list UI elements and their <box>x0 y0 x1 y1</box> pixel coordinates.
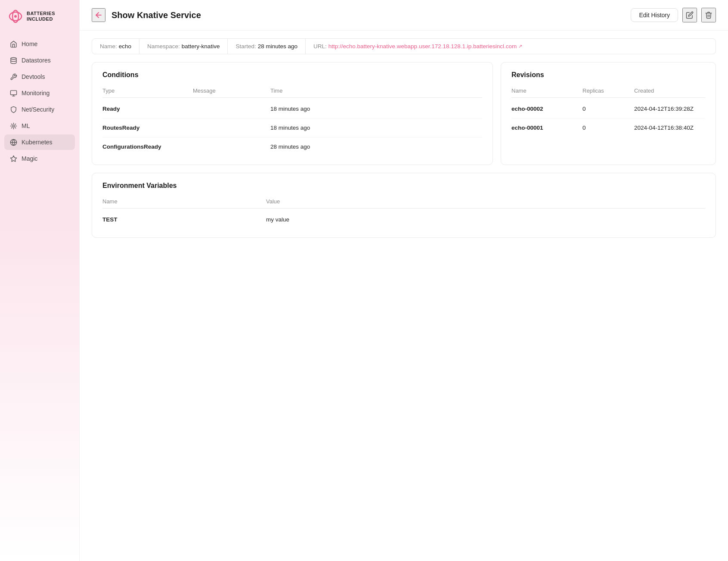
conditions-title: Conditions <box>102 71 482 79</box>
sidebar-item-label: Home <box>22 41 37 47</box>
sidebar: BATTERIES INCLUDED Home Datastores Devto… <box>0 0 80 561</box>
monitoring-icon <box>9 89 17 97</box>
sidebar-item-datastores[interactable]: Datastores <box>4 53 75 68</box>
edit-button[interactable] <box>682 8 697 22</box>
sidebar-item-label: Net/Security <box>22 106 54 113</box>
conditions-card: Conditions Type Message Time Ready 18 mi… <box>92 62 493 165</box>
env-variables-title: Environment Variables <box>102 182 705 190</box>
started-label: Started: <box>235 43 256 50</box>
table-row: RoutesReady 18 minutes ago <box>102 118 482 137</box>
condition-type: RoutesReady <box>102 125 193 131</box>
magic-icon <box>9 155 17 162</box>
sidebar-item-net-security[interactable]: Net/Security <box>4 102 75 117</box>
table-row: ConfigurationsReady 28 minutes ago <box>102 137 482 156</box>
revisions-table-header: Name Replicas Created <box>511 87 705 98</box>
info-namespace: Namespace: battery-knative <box>139 39 228 54</box>
sidebar-item-label: Monitoring <box>22 90 50 97</box>
table-row: echo-00002 0 2024-04-12T16:39:28Z <box>511 100 705 118</box>
header-actions: Edit History <box>631 8 716 22</box>
revisions-title: Revisions <box>511 71 705 79</box>
condition-time: 28 minutes ago <box>270 143 482 150</box>
name-label: Name: <box>100 43 117 50</box>
info-bar: Name: echo Namespace: battery-knative St… <box>92 38 716 54</box>
logo: BATTERIES INCLUDED <box>0 9 79 36</box>
url-link[interactable]: http://echo.battery-knative.webapp.user.… <box>328 43 517 50</box>
env-table-header: Name Value <box>102 198 705 209</box>
sidebar-item-kubernetes[interactable]: Kubernetes <box>4 134 75 150</box>
main-content: Show Knative Service Edit History Name: … <box>80 0 728 561</box>
sidebar-item-label: Magic <box>22 155 37 162</box>
namespace-value: battery-knative <box>182 43 220 50</box>
content-row: Conditions Type Message Time Ready 18 mi… <box>80 54 728 165</box>
info-url: URL: http://echo.battery-knative.webapp.… <box>306 39 530 54</box>
svg-rect-4 <box>10 90 16 95</box>
env-variables-section: Environment Variables Name Value TEST my… <box>92 173 716 238</box>
condition-time: 18 minutes ago <box>270 106 482 112</box>
sidebar-item-monitoring[interactable]: Monitoring <box>4 85 75 101</box>
revision-created: 2024-04-12T16:38:40Z <box>634 125 705 131</box>
revisions-col-created: Created <box>634 87 705 94</box>
sidebar-item-ml[interactable]: ML <box>4 118 75 134</box>
condition-type: Ready <box>102 106 193 112</box>
conditions-col-message: Message <box>193 87 270 94</box>
sidebar-item-magic[interactable]: Magic <box>4 151 75 166</box>
env-value: my value <box>266 216 705 223</box>
env-col-name: Name <box>102 198 266 205</box>
sidebar-item-label: Kubernetes <box>22 139 53 146</box>
ml-icon <box>9 122 17 130</box>
namespace-label: Namespace: <box>147 43 180 50</box>
table-row: Ready 18 minutes ago <box>102 100 482 118</box>
revision-name: echo-00002 <box>511 106 582 112</box>
page-header: Show Knative Service Edit History <box>80 0 728 31</box>
home-icon <box>9 40 17 48</box>
condition-time: 18 minutes ago <box>270 125 482 131</box>
sidebar-nav: Home Datastores Devtools Monitoring <box>0 36 79 166</box>
env-variables-card: Environment Variables Name Value TEST my… <box>92 173 716 238</box>
external-link-icon: ↗ <box>518 44 522 49</box>
logo-icon <box>8 9 23 24</box>
started-value: 28 minutes ago <box>258 43 297 50</box>
info-name: Name: echo <box>92 39 139 54</box>
conditions-table-header: Type Message Time <box>102 87 482 98</box>
table-row: echo-00001 0 2024-04-12T16:38:40Z <box>511 118 705 137</box>
url-label: URL: <box>313 43 327 50</box>
sidebar-item-label: ML <box>22 122 30 129</box>
sidebar-item-home[interactable]: Home <box>4 36 75 52</box>
revision-created: 2024-04-12T16:39:28Z <box>634 106 705 112</box>
env-col-value: Value <box>266 198 705 205</box>
conditions-col-time: Time <box>270 87 482 94</box>
delete-button[interactable] <box>701 8 716 22</box>
sidebar-item-label: Devtools <box>22 73 45 80</box>
revision-name: echo-00001 <box>511 125 582 131</box>
conditions-col-type: Type <box>102 87 193 94</box>
net-security-icon <box>9 106 17 113</box>
logo-text: BATTERIES INCLUDED <box>27 11 55 22</box>
edit-history-button[interactable]: Edit History <box>631 8 678 22</box>
info-started: Started: 28 minutes ago <box>228 39 306 54</box>
revision-replicas: 0 <box>582 125 634 131</box>
kubernetes-icon <box>9 138 17 146</box>
condition-type: ConfigurationsReady <box>102 143 193 150</box>
name-value: echo <box>119 43 131 50</box>
svg-point-3 <box>11 57 16 59</box>
sidebar-item-label: Datastores <box>22 57 51 64</box>
revision-replicas: 0 <box>582 106 634 112</box>
revisions-col-name: Name <box>511 87 582 94</box>
svg-point-2 <box>14 15 17 18</box>
revisions-card: Revisions Name Replicas Created echo-000… <box>501 62 716 165</box>
table-row: TEST my value <box>102 210 705 229</box>
devtools-icon <box>9 73 17 81</box>
page-title: Show Knative Service <box>112 10 625 20</box>
back-button[interactable] <box>92 8 105 22</box>
sidebar-item-devtools[interactable]: Devtools <box>4 69 75 84</box>
env-name: TEST <box>102 216 266 223</box>
svg-point-7 <box>12 125 14 127</box>
svg-marker-10 <box>10 156 16 161</box>
datastores-icon <box>9 56 17 64</box>
revisions-col-replicas: Replicas <box>582 87 634 94</box>
